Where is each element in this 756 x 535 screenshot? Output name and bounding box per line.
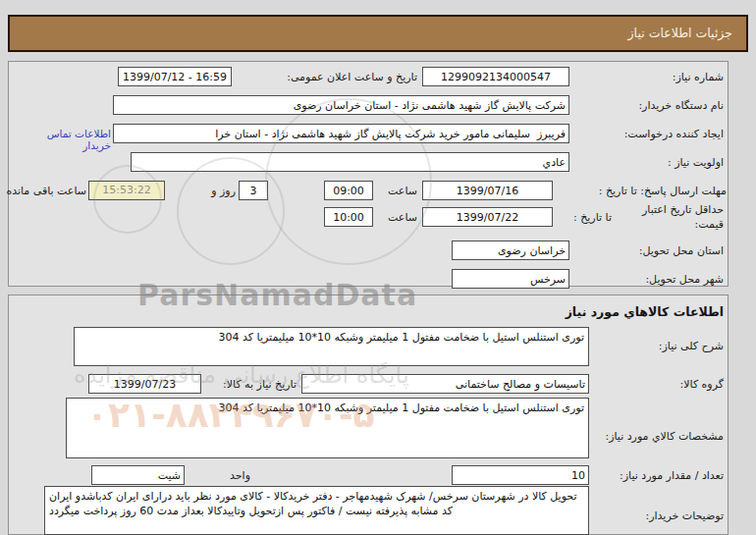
price-validity-hour-label: ساعت <box>386 210 417 225</box>
quantity-input[interactable] <box>452 465 589 485</box>
goods-group-input[interactable] <box>301 374 589 394</box>
response-deadline-label: مهلت ارسال پاسخ: تا تاریخ : <box>567 184 727 198</box>
request-creator-label: ایجاد کننده درخواست: <box>609 127 724 141</box>
need-number-input[interactable] <box>422 67 569 86</box>
remaining-days-input[interactable] <box>239 181 268 200</box>
countdown-timer: 15:53:22 <box>88 181 165 200</box>
request-creator-input[interactable] <box>113 124 569 143</box>
buyer-org-input[interactable] <box>113 95 569 115</box>
deadline-hour-label: ساعت <box>386 184 417 198</box>
goods-group-label: گروه کالا: <box>628 377 724 392</box>
price-validity-time-input[interactable] <box>324 207 373 227</box>
buyer-notes-textarea[interactable]: تحویل کالا در شهرستان سرخس/ شهرک شهیدمها… <box>44 486 589 535</box>
general-desc-label: شرح کلی نیاز: <box>628 339 724 353</box>
need-date-label: تاریخ نیاز به کالا: <box>204 377 297 392</box>
page-title-bar: جزئیات اطلاعات نیاز <box>8 15 748 52</box>
days-and-label: روز و <box>196 184 236 198</box>
hours-remaining-label: ساعت باقی مانده <box>2 184 86 198</box>
response-deadline-date-input[interactable] <box>422 181 553 200</box>
buyer-contact-link[interactable]: اطلاعات تماس خریدار <box>27 128 111 151</box>
price-validity-date-input[interactable] <box>422 207 553 227</box>
need-date-input[interactable] <box>88 374 201 394</box>
delivery-province-label: استان محل تحویل: <box>609 243 724 258</box>
general-desc-textarea[interactable]: توری استنلس استیل با ضخامت مفتول 1 میلیم… <box>74 327 589 366</box>
priority-label: اولویت نیاز : <box>609 155 724 170</box>
delivery-province-input[interactable] <box>452 241 569 260</box>
price-validity-until-label: تا تاریخ : <box>555 210 612 225</box>
announce-datetime-label: تاریخ و ساعت اعلان عمومی: <box>236 70 417 84</box>
need-details-page: جزئیات اطلاعات نیاز شماره نیاز: تاریخ و … <box>0 0 756 535</box>
price-validity-label: حداقل تاریخ اعتبار قیمت: <box>631 202 724 232</box>
count-unit-input[interactable] <box>91 465 185 485</box>
need-number-label: شماره نیاز: <box>609 70 724 84</box>
goods-specs-textarea[interactable]: توری استنلس استیل با ضخامت مفتول 1 میلیم… <box>66 398 589 458</box>
priority-input[interactable] <box>131 152 569 172</box>
announce-datetime-input[interactable] <box>118 67 232 86</box>
goods-section-title: اطلاعات کالاهاي مورد نیاز <box>530 304 724 319</box>
buyer-notes-label: توضیحات خریدار: <box>628 508 724 523</box>
buyer-org-label: نام دستگاه خریدار: <box>609 98 724 113</box>
quantity-label: تعداد / مقدار مورد نیاز: <box>596 468 724 483</box>
delivery-city-input[interactable] <box>452 269 569 289</box>
response-deadline-time-input[interactable] <box>324 181 373 200</box>
goods-specs-label: مشخصات کالاي مورد نیاز: <box>586 429 724 444</box>
delivery-city-label: شهر محل تحویل: <box>609 272 724 287</box>
